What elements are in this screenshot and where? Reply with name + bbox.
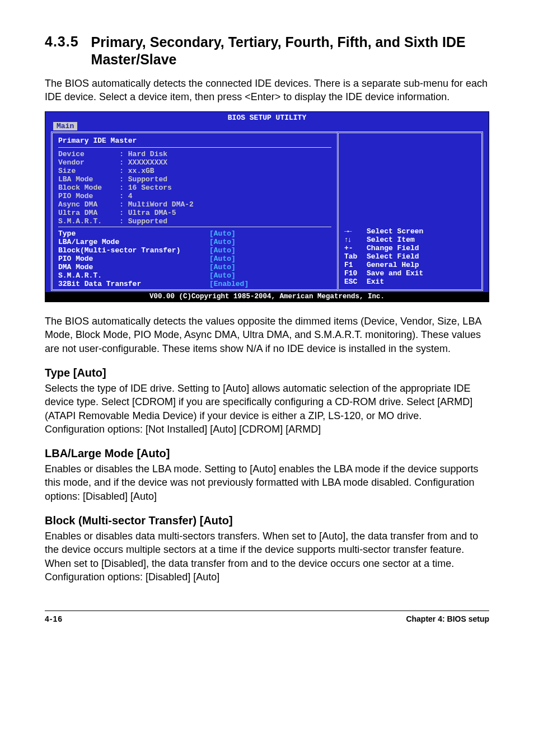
bios-config-key: LBA/Large Mode: [58, 238, 209, 246]
bios-help-key: +-: [344, 244, 367, 252]
bios-panel: BIOS SETUP UTILITY Main Primary IDE Mast…: [45, 111, 489, 302]
bios-config-key: Block(Multi-sector Transfer): [58, 246, 209, 255]
bios-config-value: [Auto]: [209, 229, 236, 238]
bios-config-value: [Auto]: [209, 263, 236, 271]
bios-help-label: Select Screen: [367, 227, 423, 236]
bios-copyright: V00.00 (C)Copyright 1985-2004, American …: [45, 292, 489, 302]
bios-help-key: [344, 236, 367, 244]
bios-config-key: DMA Mode: [58, 263, 209, 271]
bios-detected-row: S.M.A.R.T. : Supported: [58, 217, 331, 226]
bios-config-key: 32Bit Data Transfer: [58, 280, 209, 288]
bios-config-row[interactable]: S.M.A.R.T.[Auto]: [58, 271, 331, 280]
bios-help-row: F1General Help: [344, 261, 423, 269]
bios-config-key: Type: [58, 229, 209, 238]
bios-help-row: Select Item: [344, 236, 423, 244]
arrow-up-down-icon: [344, 236, 351, 244]
bios-config-key: PIO Mode: [58, 255, 209, 263]
bios-config-key: S.M.A.R.T.: [58, 271, 209, 280]
subsection-title: Block (Multi-sector Transfer) [Auto]: [45, 514, 489, 527]
page-number: 4-16: [45, 614, 63, 623]
bios-help-label: Save and Exit: [367, 269, 423, 278]
subsection-title: LBA/Large Mode [Auto]: [45, 447, 489, 460]
bios-help-key: [344, 227, 367, 236]
bios-config-row[interactable]: LBA/Large Mode[Auto]: [58, 238, 331, 246]
bios-detected-row: Size : xx.xGB: [58, 167, 331, 175]
subsection-body: Selects the type of IDE drive. Setting t…: [45, 382, 489, 436]
chapter-label: Chapter 4: BIOS setup: [406, 614, 489, 623]
bios-detected-row: LBA Mode : Supported: [58, 175, 331, 184]
bios-help-label: Select Item: [367, 236, 415, 244]
bios-tab-main[interactable]: Main: [53, 122, 77, 130]
bios-help-label: Exit: [367, 278, 384, 286]
bios-tabs: Main: [45, 122, 489, 132]
bios-panel-heading: Primary IDE Master: [58, 135, 331, 146]
bios-config-row[interactable]: PIO Mode[Auto]: [58, 255, 331, 263]
bios-help-key: ESC: [344, 278, 367, 286]
bios-help-label: General Help: [367, 261, 419, 269]
bios-config-row[interactable]: DMA Mode[Auto]: [58, 263, 331, 271]
bios-help-row: TabSelect Field: [344, 252, 423, 261]
bios-config-value: [Auto]: [209, 246, 236, 255]
post-bios-paragraph: The BIOS automatically detects the value…: [45, 314, 489, 355]
section-title: Primary, Secondary, Tertiary, Fourth, Fi…: [91, 34, 489, 69]
subsection-body: Enables or disables data multi-sectors t…: [45, 529, 489, 584]
bios-help-row: ESCExit: [344, 278, 423, 286]
bios-help-key: Tab: [344, 252, 367, 261]
section-number: 4.3.5: [45, 34, 79, 50]
bios-config-row[interactable]: Type[Auto]: [58, 229, 331, 238]
bios-detected-row: Async DMA : MultiWord DMA-2: [58, 200, 331, 209]
bios-config-value: [Auto]: [209, 271, 236, 280]
bios-config-row[interactable]: 32Bit Data Transfer[Enabled]: [58, 280, 331, 288]
bios-detected-row: Ultra DMA : Ultra DMA-5: [58, 209, 331, 217]
bios-detected-row: Device : Hard Disk: [58, 150, 331, 158]
bios-detected-row: PIO Mode : 4: [58, 192, 331, 200]
bios-detected-row: Vendor : XXXXXXXXX: [58, 158, 331, 167]
arrow-left-right-icon: [344, 227, 351, 236]
bios-config-value: [Auto]: [209, 238, 236, 246]
intro-paragraph: The BIOS automatically detects the conne…: [45, 77, 489, 104]
bios-help-row: +-Change Field: [344, 244, 423, 252]
bios-detected-row: Block Mode : 16 Sectors: [58, 184, 331, 192]
section-header: 4.3.5 Primary, Secondary, Tertiary, Four…: [45, 34, 489, 69]
bios-help-key: F1: [344, 261, 367, 269]
subsection-title: Type [Auto]: [45, 367, 489, 379]
bios-help-row: Select Screen: [344, 227, 423, 236]
bios-config-row[interactable]: Block(Multi-sector Transfer)[Auto]: [58, 246, 331, 255]
bios-left-panel: Primary IDE Master Device : Hard DiskVen…: [51, 132, 337, 291]
bios-help-key: F10: [344, 269, 367, 278]
subsection-body: Enables or disables the LBA mode. Settin…: [45, 462, 489, 503]
page-footer: 4-16 Chapter 4: BIOS setup: [45, 611, 489, 623]
bios-help-panel: Select ScreenSelect Item+-Change FieldTa…: [337, 132, 483, 291]
bios-help-label: Select Field: [367, 252, 419, 261]
bios-help-label: Change Field: [367, 244, 419, 252]
bios-title: BIOS SETUP UTILITY: [45, 112, 489, 122]
bios-config-value: [Auto]: [209, 255, 236, 263]
bios-config-value: [Enabled]: [209, 280, 249, 288]
bios-help-row: F10Save and Exit: [344, 269, 423, 278]
